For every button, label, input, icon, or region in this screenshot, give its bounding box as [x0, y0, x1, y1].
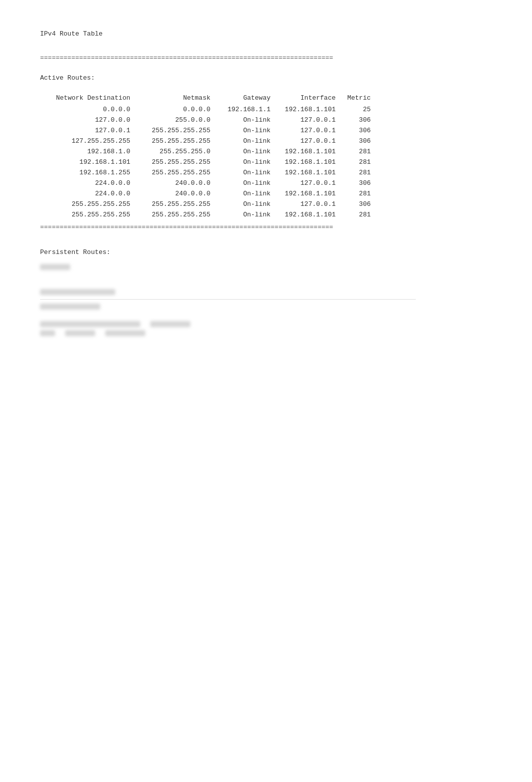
col-header-gateway: Gateway: [220, 94, 281, 102]
table-row: 224.0.0.0 240.0.0.0 On-link 192.168.1.10…: [40, 190, 492, 197]
blurred-cell-3: [40, 330, 55, 336]
route-dest: 192.168.1.255: [40, 169, 140, 176]
route-interface: 127.0.0.1: [281, 127, 346, 134]
table-header-row: Network Destination Netmask Gateway Inte…: [40, 94, 492, 102]
route-dest: 255.255.255.255: [40, 200, 140, 208]
route-netmask: 240.0.0.0: [140, 179, 220, 187]
route-gateway: On-link: [220, 127, 281, 134]
route-interface: 192.168.1.101: [281, 169, 346, 176]
route-netmask: 255.255.255.255: [140, 169, 220, 176]
route-dest: 255.255.255.255: [40, 211, 140, 218]
col-header-destination: Network Destination: [40, 94, 140, 102]
route-gateway: 192.168.1.1: [220, 106, 281, 113]
table-row: 192.168.1.0 255.255.255.0 On-link 192.16…: [40, 148, 492, 155]
route-gateway: On-link: [220, 158, 281, 166]
route-metric: 281: [346, 148, 371, 155]
route-gateway: On-link: [220, 211, 281, 218]
route-netmask: 255.255.255.0: [140, 148, 220, 155]
blurred-cell-4: [65, 330, 95, 336]
blurred-cell-2: [150, 321, 190, 327]
route-interface: 192.168.1.101: [281, 148, 346, 155]
table-row: 255.255.255.255 255.255.255.255 On-link …: [40, 200, 492, 208]
col-header-netmask: Netmask: [140, 94, 220, 102]
route-dest: 224.0.0.0: [40, 179, 140, 187]
route-metric: 306: [346, 137, 371, 145]
route-dest: 127.255.255.255: [40, 137, 140, 145]
route-metric: 281: [346, 190, 371, 197]
route-metric: 281: [346, 169, 371, 176]
page-title: IPv4 Route Table: [40, 30, 492, 38]
blurred-separator: [40, 299, 416, 300]
top-separator: ========================================…: [40, 54, 492, 62]
route-gateway: On-link: [220, 116, 281, 124]
route-interface: 192.168.1.101: [281, 158, 346, 166]
persistent-routes-label: Persistent Routes:: [40, 248, 492, 256]
route-metric: 281: [346, 158, 371, 166]
blurred-line-1: [40, 264, 70, 270]
route-gateway: On-link: [220, 169, 281, 176]
route-metric: 25: [346, 106, 371, 113]
route-dest: 224.0.0.0: [40, 190, 140, 197]
route-dest: 192.168.1.101: [40, 158, 140, 166]
route-interface: 127.0.0.1: [281, 137, 346, 145]
route-interface: 127.0.0.1: [281, 116, 346, 124]
route-metric: 306: [346, 179, 371, 187]
bottom-separator: ========================================…: [40, 223, 492, 231]
blurred-cell-5: [105, 330, 145, 336]
route-interface: 192.168.1.101: [281, 106, 346, 113]
table-row: 0.0.0.0 0.0.0.0 192.168.1.1 192.168.1.10…: [40, 106, 492, 113]
route-interface: 192.168.1.101: [281, 211, 346, 218]
route-gateway: On-link: [220, 179, 281, 187]
table-row: 127.255.255.255 255.255.255.255 On-link …: [40, 137, 492, 145]
route-netmask: 255.255.255.255: [140, 127, 220, 134]
table-row: 127.0.0.1 255.255.255.255 On-link 127.0.…: [40, 127, 492, 134]
table-row: 192.168.1.101 255.255.255.255 On-link 19…: [40, 158, 492, 166]
route-interface: 127.0.0.1: [281, 200, 346, 208]
route-metric: 306: [346, 200, 371, 208]
blurred-line-2: [40, 289, 115, 295]
route-netmask: 0.0.0.0: [140, 106, 220, 113]
active-routes-label: Active Routes:: [40, 74, 492, 82]
route-netmask: 255.255.255.255: [140, 211, 220, 218]
table-row: 224.0.0.0 240.0.0.0 On-link 127.0.0.1 30…: [40, 179, 492, 187]
blurred-row-1: [40, 321, 492, 327]
col-header-interface: Interface: [281, 94, 346, 102]
route-metric: 281: [346, 211, 371, 218]
blurred-row-2: [40, 330, 492, 336]
blurred-line-3: [40, 304, 100, 310]
route-metric: 306: [346, 116, 371, 124]
route-dest: 127.0.0.1: [40, 127, 140, 134]
route-dest: 127.0.0.0: [40, 116, 140, 124]
route-interface: 192.168.1.101: [281, 190, 346, 197]
route-gateway: On-link: [220, 190, 281, 197]
blurred-cell-1: [40, 321, 140, 327]
route-gateway: On-link: [220, 200, 281, 208]
route-gateway: On-link: [220, 148, 281, 155]
col-header-metric: Metric: [346, 94, 371, 102]
route-gateway: On-link: [220, 137, 281, 145]
route-metric: 306: [346, 127, 371, 134]
route-netmask: 255.255.255.255: [140, 158, 220, 166]
table-row: 127.0.0.0 255.0.0.0 On-link 127.0.0.1 30…: [40, 116, 492, 124]
route-dest: 0.0.0.0: [40, 106, 140, 113]
route-netmask: 255.255.255.255: [140, 200, 220, 208]
table-row: 255.255.255.255 255.255.255.255 On-link …: [40, 211, 492, 218]
blurred-section: [40, 264, 492, 336]
route-interface: 127.0.0.1: [281, 179, 346, 187]
route-netmask: 255.255.255.255: [140, 137, 220, 145]
route-netmask: 240.0.0.0: [140, 190, 220, 197]
table-row: 192.168.1.255 255.255.255.255 On-link 19…: [40, 169, 492, 176]
route-table: 0.0.0.0 0.0.0.0 192.168.1.1 192.168.1.10…: [40, 106, 492, 218]
route-dest: 192.168.1.0: [40, 148, 140, 155]
route-netmask: 255.0.0.0: [140, 116, 220, 124]
